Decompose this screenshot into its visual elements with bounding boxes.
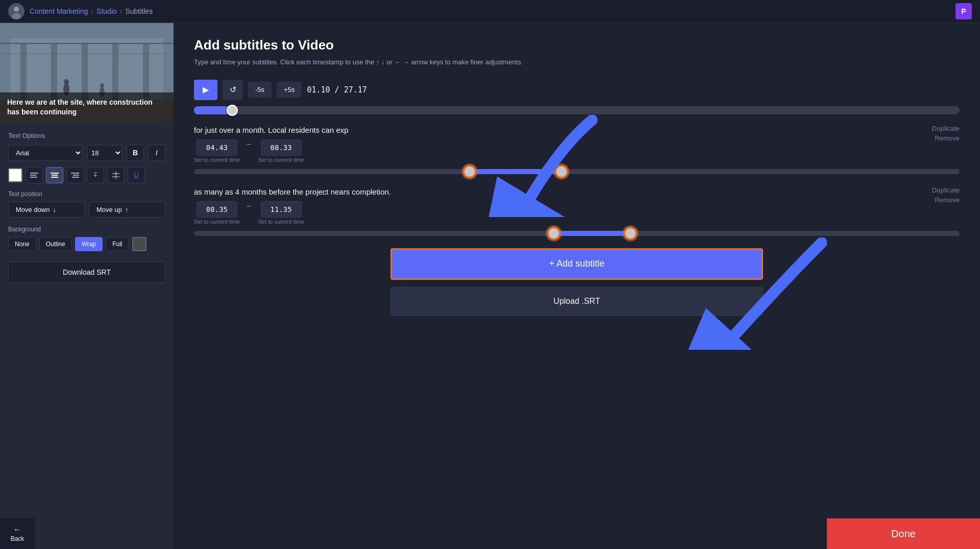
align-right-button[interactable] bbox=[66, 167, 84, 183]
text-position-label: Text position bbox=[8, 190, 165, 198]
video-overlay-text: Here we are at the site, where construct… bbox=[0, 92, 174, 123]
subtitle1-range-thumb-start[interactable] bbox=[463, 165, 476, 178]
subtitle2-actions: Duplicate Remove bbox=[932, 186, 960, 204]
subtitle1-start-time[interactable] bbox=[197, 139, 237, 156]
subtitle1-set-start-label[interactable]: Set to current time bbox=[194, 157, 240, 163]
subtitle2-range-track[interactable] bbox=[194, 231, 960, 236]
left-panel: Here we are at the site, where construct… bbox=[0, 23, 174, 549]
breadcrumb-sep-1: › bbox=[91, 7, 93, 15]
back-section[interactable]: ← Back bbox=[0, 518, 35, 549]
background-section: Background None Outline Wrap Full bbox=[8, 226, 165, 251]
move-down-icon: ↓ bbox=[53, 206, 56, 213]
nav-logo bbox=[8, 3, 24, 19]
skip-back-button[interactable]: -5s bbox=[248, 82, 272, 98]
bg-outline-button[interactable]: Outline bbox=[39, 237, 72, 251]
subtitle1-range-thumb-end[interactable] bbox=[555, 165, 568, 178]
back-label: Back bbox=[11, 535, 24, 542]
svg-rect-9 bbox=[112, 43, 118, 100]
breadcrumb-item-1[interactable]: Content Marketing bbox=[30, 7, 88, 15]
subtitle-content-2: as many as 4 months before the project n… bbox=[194, 186, 926, 229]
current-time-display: 01.10 / 27.17 bbox=[307, 85, 366, 94]
move-down-label: Move down bbox=[16, 206, 50, 213]
time-control-start-2: Set to current time bbox=[194, 201, 240, 225]
subtitle1-actions: Duplicate Remove bbox=[932, 125, 960, 142]
bg-none-button[interactable]: None bbox=[8, 237, 36, 251]
top-navigation: Content Marketing › Studio › Subtitles P bbox=[0, 0, 980, 23]
time-dash-1: – bbox=[247, 139, 251, 148]
alignment-row: T U bbox=[8, 167, 165, 183]
bg-wrap-button[interactable]: Wrap bbox=[75, 237, 103, 251]
align-left-button[interactable] bbox=[26, 167, 43, 183]
italic-button[interactable]: I bbox=[148, 145, 165, 161]
subtitle1-range-track[interactable] bbox=[194, 169, 960, 174]
subtitle2-start-time[interactable] bbox=[197, 201, 237, 218]
subtitle1-end-time[interactable] bbox=[261, 139, 302, 156]
download-srt-button[interactable]: Download SRT bbox=[8, 261, 165, 283]
time-controls-row-2: Set to current time – Set to current tim… bbox=[194, 201, 926, 225]
font-size-select[interactable]: 18 bbox=[87, 145, 122, 161]
font-select[interactable]: Arial bbox=[8, 145, 83, 161]
subtitle1-duplicate-button[interactable]: Duplicate bbox=[932, 125, 960, 132]
add-subtitle-button[interactable]: + Add subtitle bbox=[390, 248, 763, 280]
align-center-button[interactable] bbox=[46, 167, 63, 183]
svg-point-20 bbox=[100, 83, 104, 87]
subtitle2-set-start-label[interactable]: Set to current time bbox=[194, 219, 240, 225]
bottom-action-buttons: + Add subtitle Upload .SRT bbox=[194, 248, 960, 316]
subtitle1-range-fill bbox=[470, 169, 561, 174]
right-panel: Add subtitles to Video Type and time you… bbox=[174, 23, 980, 549]
subtitle2-remove-button[interactable]: Remove bbox=[935, 196, 960, 204]
subtitle2-end-time[interactable] bbox=[261, 201, 302, 218]
move-up-button[interactable]: Move up ↑ bbox=[89, 202, 165, 218]
page-description: Type and time your subtitles. Click each… bbox=[194, 57, 960, 67]
svg-point-18 bbox=[64, 79, 69, 84]
subtitle1-remove-button[interactable]: Remove bbox=[935, 134, 960, 142]
done-button[interactable]: Done bbox=[827, 518, 980, 549]
left-panel-controls: Text Options Arial 18 B I bbox=[0, 123, 174, 549]
subtitle-text-1: for just over a month. Local residents c… bbox=[194, 125, 926, 135]
move-down-button[interactable]: Move down ↓ bbox=[8, 202, 85, 218]
bg-full-button[interactable]: Full bbox=[106, 237, 129, 251]
subtitle2-range-thumb-end[interactable] bbox=[624, 227, 637, 240]
play-button[interactable]: ▶ bbox=[194, 80, 217, 100]
subtitle-item-2: as many as 4 months before the project n… bbox=[194, 186, 960, 236]
breadcrumb-item-3: Subtitles bbox=[125, 7, 153, 15]
breadcrumb-sep-2: › bbox=[120, 7, 122, 15]
bg-color-swatch[interactable] bbox=[132, 237, 146, 251]
skip-forward-button[interactable]: +5s bbox=[277, 82, 302, 98]
svg-rect-10 bbox=[143, 43, 149, 100]
move-up-label: Move up bbox=[96, 206, 122, 213]
breadcrumb-item-2[interactable]: Studio bbox=[96, 7, 117, 15]
upload-srt-button[interactable]: Upload .SRT bbox=[390, 287, 763, 316]
svg-rect-8 bbox=[82, 43, 88, 100]
video-preview-background: Here we are at the site, where construct… bbox=[0, 23, 174, 123]
main-layout: Here we are at the site, where construct… bbox=[0, 23, 980, 549]
subtitle-item-1: for just over a month. Local residents c… bbox=[194, 125, 960, 174]
text-underline-button[interactable]: U bbox=[128, 167, 145, 183]
breadcrumb: Content Marketing › Studio › Subtitles bbox=[30, 7, 153, 15]
svg-point-2 bbox=[12, 13, 21, 19]
main-scrubber[interactable] bbox=[194, 106, 960, 114]
video-controls-bar: ▶ ↺ -5s +5s 01.10 / 27.17 bbox=[194, 80, 960, 100]
text-color-swatch[interactable] bbox=[8, 168, 22, 182]
subtitle2-duplicate-button[interactable]: Duplicate bbox=[932, 186, 960, 194]
font-row: Arial 18 B I bbox=[8, 145, 165, 161]
time-control-end-1: Set to current time bbox=[258, 139, 304, 163]
subtitle-row-2: as many as 4 months before the project n… bbox=[194, 186, 960, 229]
position-buttons: Move down ↓ Move up ↑ bbox=[8, 202, 165, 218]
subtitle2-set-end-label[interactable]: Set to current time bbox=[258, 219, 304, 225]
subtitle2-range-thumb-start[interactable] bbox=[547, 227, 560, 240]
time-controls-row-1: Set to current time – Set to current tim… bbox=[194, 139, 926, 163]
time-control-start-1: Set to current time bbox=[194, 139, 240, 163]
user-avatar[interactable]: P bbox=[955, 3, 972, 19]
subtitle1-set-end-label[interactable]: Set to current time bbox=[258, 157, 304, 163]
time-control-end-2: Set to current time bbox=[258, 201, 304, 225]
replay-button[interactable]: ↺ bbox=[223, 80, 243, 100]
svg-point-1 bbox=[14, 7, 19, 12]
subtitle-content-1: for just over a month. Local residents c… bbox=[194, 125, 926, 167]
scrubber-thumb[interactable] bbox=[227, 105, 238, 116]
subtitle-text-2: as many as 4 months before the project n… bbox=[194, 186, 926, 197]
subtitle-row-1: for just over a month. Local residents c… bbox=[194, 125, 960, 167]
text-spacing-button[interactable] bbox=[107, 167, 125, 183]
bold-button[interactable]: B bbox=[127, 145, 144, 161]
text-strikethrough-button[interactable]: T bbox=[87, 167, 104, 183]
